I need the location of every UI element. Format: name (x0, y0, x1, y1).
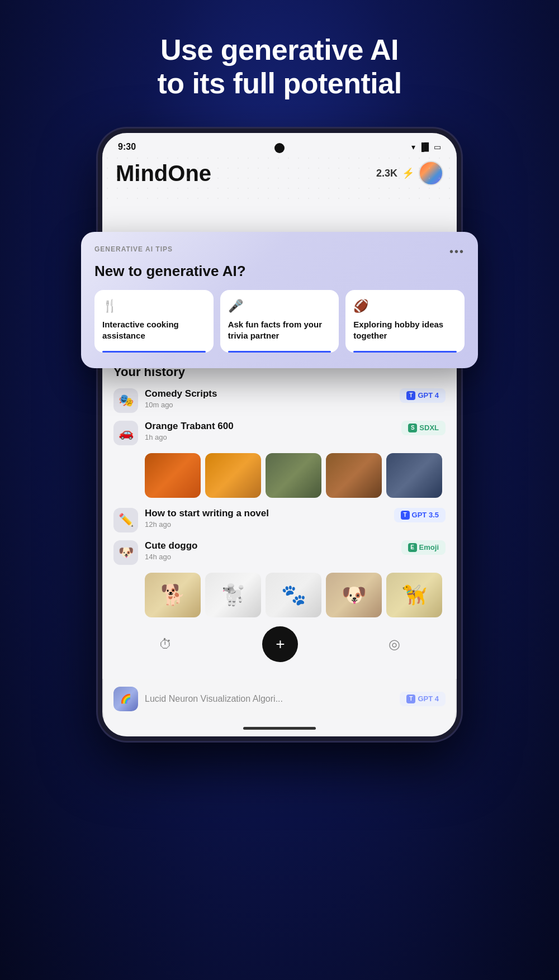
history-item-info: Orange Trabant 600 1h ago (145, 421, 234, 441)
status-time: 9:30 (118, 142, 136, 152)
history-item-time: 10m ago (145, 401, 217, 409)
sdxl-icon: S (408, 424, 417, 432)
history-item-dog[interactable]: 🐶 Cute doggo 14h ago E Emoji (113, 540, 446, 565)
new-chat-button[interactable]: + (262, 626, 298, 662)
car-image-1[interactable] (145, 453, 201, 498)
dog-images-row: 🐕 🐩 🐾 🐶 🦮 (145, 573, 446, 617)
history-item-left: 🚗 Orange Trabant 600 1h ago (113, 421, 234, 445)
car-images-row (145, 453, 446, 498)
tip2-bar (228, 351, 331, 353)
partial-left: 🌈 Lucid Neuron Visualization Algori... (113, 687, 283, 711)
tips-cards-row: 🍴 Interactive cooking assistance 🎤 Ask f… (94, 290, 465, 353)
tip-card-cooking[interactable]: 🍴 Interactive cooking assistance (94, 290, 214, 353)
emoji-label: Emoji (419, 543, 439, 551)
history-item-left: 🐶 Cute doggo 14h ago (113, 540, 197, 565)
sdxl-label: SDXL (419, 424, 439, 432)
car-image-3[interactable] (266, 453, 321, 498)
model-badge-sdxl: S SDXL (401, 421, 446, 435)
battery-icon: ▭ (434, 142, 441, 151)
ai-tips-menu-button[interactable]: ••• (449, 245, 465, 258)
tip3-bar (353, 351, 457, 353)
points-badge: 2.3K (376, 168, 397, 179)
history-section: Your history 🎭 Comedy Scripts 10m ago T … (102, 351, 457, 617)
phone-wrapper: GENERATIVE AI TIPS ••• New to generative… (98, 129, 461, 741)
wifi-icon: ▾ (411, 142, 415, 151)
car-image-4[interactable] (326, 453, 382, 498)
partial-history-item[interactable]: 🌈 Lucid Neuron Visualization Algori... T… (102, 679, 457, 719)
history-item-left: 🎭 Comedy Scripts 10m ago (113, 388, 217, 413)
app-header: MindOne 2.3K ⚡ (102, 156, 457, 195)
plus-icon: + (276, 635, 285, 653)
trivia-icon: 🎤 (228, 299, 331, 313)
ai-tips-card: GENERATIVE AI TIPS ••• New to generative… (81, 232, 478, 369)
history-thumb-comedy: 🎭 (113, 388, 138, 413)
emoji-icon: E (408, 543, 417, 552)
cooking-icon: 🍴 (102, 299, 206, 313)
history-nav-icon[interactable]: ⏱ (159, 636, 172, 652)
history-item-left: ✏️ How to start writing a novel 12h ago (113, 508, 269, 532)
history-item-trabant[interactable]: 🚗 Orange Trabant 600 1h ago S SDXL (113, 421, 446, 445)
status-icons: ▾ ▐▊ ▭ (411, 142, 441, 151)
history-item-comedy[interactable]: 🎭 Comedy Scripts 10m ago T GPT 4 (113, 388, 446, 413)
partial-thumb-icon: 🌈 (120, 693, 131, 704)
tip2-text: Ask fun facts from your trivia partner (228, 320, 322, 340)
partial-item-name: Lucid Neuron Visualization Algori... (145, 694, 283, 704)
avatar[interactable] (419, 161, 443, 185)
partial-model-badge: T GPT 4 (400, 692, 446, 706)
tip1-bar (102, 351, 206, 353)
car-image-2[interactable] (205, 453, 261, 498)
model-badge-emoji: E Emoji (401, 540, 446, 555)
hobby-icon: 🏈 (353, 299, 457, 313)
dog-image-1[interactable]: 🐕 (145, 573, 201, 617)
tip-card-hobby[interactable]: 🏈 Exploring hobby ideas together (345, 290, 465, 353)
model-badge-gpt35: T GPT 3.5 (394, 508, 446, 522)
car-image-5[interactable] (386, 453, 442, 498)
history-item-time: 14h ago (145, 553, 197, 561)
gpt4-icon: T (406, 391, 415, 400)
header-right: 2.3K ⚡ (376, 161, 443, 185)
history-item-name: How to start writing a novel (145, 508, 269, 519)
bottom-nav: ⏱ + ◎ (102, 617, 457, 679)
partial-gpt4-icon: T (406, 694, 415, 703)
history-item-name: Comedy Scripts (145, 388, 217, 399)
camera-dot (274, 143, 285, 153)
gpt4-label: GPT 4 (418, 391, 439, 399)
history-item-name: Orange Trabant 600 (145, 421, 234, 432)
gpt35-label: GPT 3.5 (412, 511, 439, 519)
history-item-info: Comedy Scripts 10m ago (145, 388, 217, 409)
history-item-info: Cute doggo 14h ago (145, 540, 197, 561)
partial-gpt4-label: GPT 4 (418, 694, 439, 703)
home-indicator (243, 727, 316, 730)
history-item-time: 12h ago (145, 520, 269, 529)
tip-card-trivia[interactable]: 🎤 Ask fun facts from your trivia partner (220, 290, 339, 353)
history-item-time: 1h ago (145, 433, 234, 441)
dog-image-3[interactable]: 🐾 (266, 573, 321, 617)
history-thumb-novel: ✏️ (113, 508, 138, 532)
history-item-novel[interactable]: ✏️ How to start writing a novel 12h ago … (113, 508, 446, 532)
history-thumb-trabant: 🚗 (113, 421, 138, 445)
history-thumb-dog: 🐶 (113, 540, 138, 565)
ai-tips-label: GENERATIVE AI TIPS (94, 245, 173, 253)
explore-nav-icon[interactable]: ◎ (389, 636, 400, 652)
partial-thumb: 🌈 (113, 687, 138, 711)
gpt35-icon: T (401, 511, 410, 520)
app-title: MindOne (116, 161, 211, 186)
phone-frame: 9:30 ▾ ▐▊ ▭ MindOne 2.3K ⚡ Your history (98, 129, 461, 741)
hero-title: Use generative AI to its full potential (124, 34, 435, 101)
ai-tips-title: New to generative AI? (94, 263, 465, 280)
dog-image-5[interactable]: 🦮 (386, 573, 442, 617)
tip1-text: Interactive cooking assistance (102, 320, 179, 340)
dog-image-4[interactable]: 🐶 (326, 573, 382, 617)
history-item-info: How to start writing a novel 12h ago (145, 508, 269, 529)
model-badge-gpt4: T GPT 4 (400, 388, 446, 403)
tip3-text: Exploring hobby ideas together (353, 320, 443, 340)
dog-image-2[interactable]: 🐩 (205, 573, 261, 617)
points-icon: ⚡ (402, 167, 414, 179)
status-bar: 9:30 ▾ ▐▊ ▭ (102, 133, 457, 156)
signal-icon: ▐▊ (419, 142, 430, 151)
history-item-name: Cute doggo (145, 540, 197, 551)
